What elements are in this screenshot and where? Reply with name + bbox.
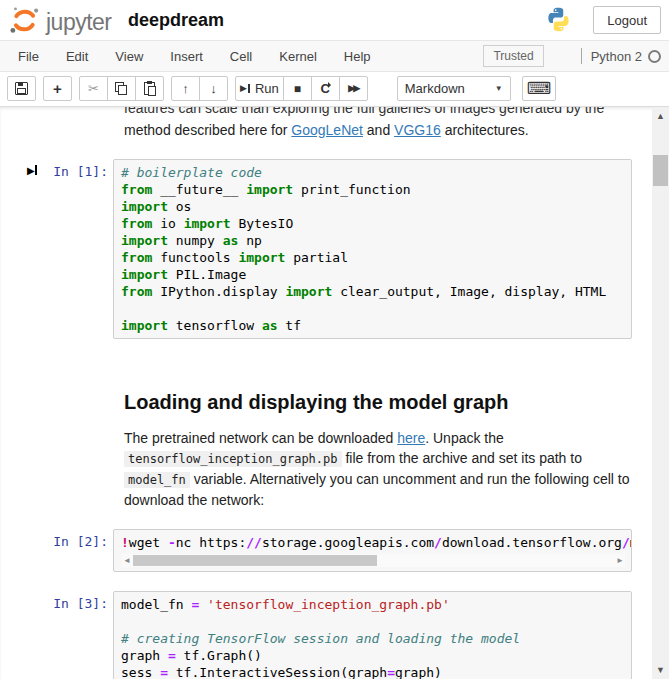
code-token: clear_output, Image, display, HTML — [332, 284, 606, 299]
code-token: from — [121, 284, 152, 299]
code-token: = — [160, 665, 168, 679]
code-token: / — [434, 535, 442, 550]
code-cell: ▶In [1]:# boilerplate codefrom __future_… — [0, 159, 652, 339]
paste-icon — [144, 82, 155, 95]
code-input[interactable]: model_fn = 'tensorflow_inception_graph.p… — [113, 591, 632, 679]
scroll-down-icon[interactable]: ▼ — [652, 662, 669, 677]
cut-cell-button[interactable]: ✂ — [79, 76, 108, 101]
code-line: import numpy as np — [121, 232, 631, 249]
code-token: download.tensorflow.org — [442, 535, 622, 550]
restart-kernel-button[interactable]: C — [311, 76, 340, 101]
text-span: variable. Alternatively you can uncommen… — [124, 471, 629, 508]
code-token: functools — [152, 250, 238, 265]
menu-item-kernel[interactable]: Kernel — [279, 49, 317, 64]
fast-forward-icon: ▶▶ — [348, 84, 358, 93]
horizontal-scrollbar-thumb[interactable] — [133, 555, 377, 566]
code-line: model_fn = 'tensorflow_inception_graph.p… — [121, 596, 631, 613]
logout-button[interactable]: Logout — [593, 6, 661, 34]
inline-link[interactable]: GoogLeNet — [291, 122, 363, 138]
code-line: from functools import partial — [121, 249, 631, 266]
code-token: # creating TensorFlow session and loadin… — [121, 631, 520, 646]
trusted-badge: Trusted — [483, 45, 543, 67]
text-span: file from the archive and set its path t… — [342, 450, 582, 466]
code-line: from __future__ import print_function — [121, 181, 631, 198]
code-token: as — [262, 318, 278, 333]
plus-icon: + — [53, 81, 62, 96]
code-line — [121, 300, 631, 317]
menu-item-insert[interactable]: Insert — [170, 49, 203, 64]
notebook-title[interactable]: deepdream — [128, 10, 224, 31]
code-token: numpy — [168, 233, 223, 248]
header: jupyter deepdream Logout — [0, 0, 669, 40]
code-token: graph) — [395, 665, 442, 679]
code-token: = — [387, 665, 395, 679]
code-cell: In [3]:model_fn = 'tensorflow_inception_… — [0, 591, 652, 679]
code-input[interactable]: # boilerplate codefrom __future__ import… — [113, 159, 632, 339]
paste-cell-button[interactable] — [135, 76, 164, 101]
code-token: print_function — [293, 182, 410, 197]
scroll-right-icon[interactable]: ► — [615, 554, 625, 567]
save-button[interactable] — [7, 76, 36, 101]
add-cell-button[interactable]: + — [43, 76, 72, 101]
cell-gutter: ▶In [1]: — [0, 159, 113, 339]
code-token: os — [168, 199, 191, 214]
code-token: sess — [121, 665, 160, 679]
kernel-name: Python 2 — [591, 49, 642, 64]
code-token: - — [168, 535, 176, 550]
code-line: graph = tf.Graph() — [121, 647, 631, 664]
inline-code: tensorflow_inception_graph.pb — [124, 451, 342, 467]
inline-link[interactable]: here — [397, 430, 425, 446]
move-cell-up-button[interactable]: ↑ — [171, 76, 200, 101]
input-prompt: In [1]: — [0, 164, 113, 179]
code-token: np — [238, 233, 261, 248]
code-token: tf.Graph() — [176, 648, 262, 663]
scroll-left-icon[interactable]: ◄ — [122, 554, 132, 567]
inline-code: model_fn — [124, 472, 190, 488]
code-line: import os — [121, 198, 631, 215]
copy-cell-button[interactable] — [107, 76, 136, 101]
jupyter-logo[interactable]: jupyter — [9, 5, 112, 40]
menu-item-cell[interactable]: Cell — [230, 49, 252, 64]
cell-list: features can scale than exploring the fu… — [0, 107, 652, 679]
text-span: . Unpack the — [425, 430, 504, 446]
code-line: # creating TensorFlow session and loadin… — [121, 630, 631, 647]
code-line: import PIL.Image — [121, 266, 631, 283]
menu-item-help[interactable]: Help — [344, 49, 371, 64]
cell-type-dropdown[interactable]: Markdown ▼ — [397, 76, 511, 101]
code-token: import — [121, 233, 168, 248]
scroll-up-icon[interactable]: ▲ — [652, 108, 669, 123]
run-marker-icon: ▶ — [27, 165, 37, 176]
command-palette-button[interactable]: ⌨ — [522, 76, 557, 101]
restart-run-all-button[interactable]: ▶▶ — [339, 76, 368, 101]
save-icon — [15, 82, 28, 95]
notebook-area: features can scale than exploring the fu… — [0, 106, 669, 679]
scissors-icon: ✂ — [88, 82, 99, 95]
code-token: import — [121, 267, 168, 282]
run-cell-button[interactable]: ▶ Run — [235, 76, 284, 101]
move-cell-down-button[interactable]: ↓ — [199, 76, 228, 101]
input-prompt: In [2]: — [0, 534, 113, 549]
code-token: import — [121, 318, 168, 333]
interrupt-kernel-button[interactable]: ■ — [283, 76, 312, 101]
code-token: model_fn — [121, 597, 191, 612]
code-token: models — [630, 535, 632, 550]
inline-link[interactable]: VGG16 — [394, 122, 441, 138]
vertical-scrollbar[interactable]: ▲ ▼ — [652, 107, 669, 679]
stop-icon: ■ — [294, 83, 301, 95]
menu-item-edit[interactable]: Edit — [66, 49, 88, 64]
chevron-down-icon: ▼ — [495, 84, 503, 93]
text-span: method described here for — [124, 122, 291, 138]
text-span: architectures. — [441, 122, 529, 138]
code-input[interactable]: !wget -nc https://storage.googleapis.com… — [113, 529, 632, 572]
code-token: tensorflow — [168, 318, 262, 333]
input-prompt: In [3]: — [0, 596, 113, 611]
code-token: BytesIO — [231, 216, 294, 231]
arrow-down-icon: ↓ — [210, 82, 217, 95]
vertical-scrollbar-thumb[interactable] — [653, 155, 668, 186]
code-token: = — [168, 648, 176, 663]
code-token: ! — [121, 535, 129, 550]
code-cell: In [2]:!wget -nc https://storage.googlea… — [0, 529, 652, 572]
menu-item-view[interactable]: View — [115, 49, 143, 64]
menu-item-file[interactable]: File — [18, 49, 39, 64]
horizontal-scrollbar[interactable]: ◄► — [122, 554, 625, 567]
